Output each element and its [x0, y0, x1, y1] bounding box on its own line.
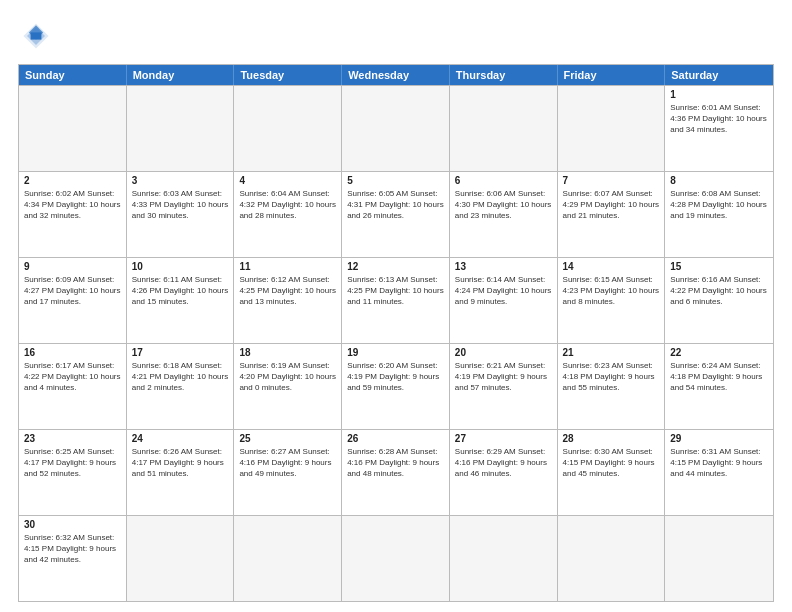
day-number: 14	[563, 261, 660, 272]
calendar-cell: 7Sunrise: 6:07 AM Sunset: 4:29 PM Daylig…	[558, 172, 666, 257]
day-info: Sunrise: 6:14 AM Sunset: 4:24 PM Dayligh…	[455, 274, 552, 308]
day-info: Sunrise: 6:23 AM Sunset: 4:18 PM Dayligh…	[563, 360, 660, 394]
weekday-header-monday: Monday	[127, 65, 235, 85]
calendar-cell: 24Sunrise: 6:26 AM Sunset: 4:17 PM Dayli…	[127, 430, 235, 515]
calendar-row-4: 23Sunrise: 6:25 AM Sunset: 4:17 PM Dayli…	[19, 429, 773, 515]
calendar-cell	[558, 516, 666, 601]
day-info: Sunrise: 6:05 AM Sunset: 4:31 PM Dayligh…	[347, 188, 444, 222]
calendar-cell: 28Sunrise: 6:30 AM Sunset: 4:15 PM Dayli…	[558, 430, 666, 515]
day-number: 12	[347, 261, 444, 272]
day-info: Sunrise: 6:28 AM Sunset: 4:16 PM Dayligh…	[347, 446, 444, 480]
calendar-cell: 14Sunrise: 6:15 AM Sunset: 4:23 PM Dayli…	[558, 258, 666, 343]
day-number: 18	[239, 347, 336, 358]
day-number: 28	[563, 433, 660, 444]
day-number: 19	[347, 347, 444, 358]
day-number: 27	[455, 433, 552, 444]
calendar-cell: 8Sunrise: 6:08 AM Sunset: 4:28 PM Daylig…	[665, 172, 773, 257]
calendar-cell: 25Sunrise: 6:27 AM Sunset: 4:16 PM Dayli…	[234, 430, 342, 515]
day-number: 5	[347, 175, 444, 186]
day-info: Sunrise: 6:30 AM Sunset: 4:15 PM Dayligh…	[563, 446, 660, 480]
calendar-row-3: 16Sunrise: 6:17 AM Sunset: 4:22 PM Dayli…	[19, 343, 773, 429]
day-info: Sunrise: 6:26 AM Sunset: 4:17 PM Dayligh…	[132, 446, 229, 480]
calendar-body: 1Sunrise: 6:01 AM Sunset: 4:36 PM Daylig…	[19, 85, 773, 601]
day-number: 25	[239, 433, 336, 444]
calendar-cell: 19Sunrise: 6:20 AM Sunset: 4:19 PM Dayli…	[342, 344, 450, 429]
day-number: 29	[670, 433, 768, 444]
day-info: Sunrise: 6:25 AM Sunset: 4:17 PM Dayligh…	[24, 446, 121, 480]
day-info: Sunrise: 6:06 AM Sunset: 4:30 PM Dayligh…	[455, 188, 552, 222]
calendar-cell: 26Sunrise: 6:28 AM Sunset: 4:16 PM Dayli…	[342, 430, 450, 515]
weekday-header-friday: Friday	[558, 65, 666, 85]
day-info: Sunrise: 6:11 AM Sunset: 4:26 PM Dayligh…	[132, 274, 229, 308]
calendar-cell: 10Sunrise: 6:11 AM Sunset: 4:26 PM Dayli…	[127, 258, 235, 343]
logo-icon	[18, 18, 54, 54]
day-number: 4	[239, 175, 336, 186]
day-number: 6	[455, 175, 552, 186]
calendar-cell: 27Sunrise: 6:29 AM Sunset: 4:16 PM Dayli…	[450, 430, 558, 515]
calendar-cell: 15Sunrise: 6:16 AM Sunset: 4:22 PM Dayli…	[665, 258, 773, 343]
calendar: SundayMondayTuesdayWednesdayThursdayFrid…	[18, 64, 774, 602]
day-info: Sunrise: 6:09 AM Sunset: 4:27 PM Dayligh…	[24, 274, 121, 308]
day-number: 8	[670, 175, 768, 186]
day-info: Sunrise: 6:04 AM Sunset: 4:32 PM Dayligh…	[239, 188, 336, 222]
weekday-header-tuesday: Tuesday	[234, 65, 342, 85]
day-number: 16	[24, 347, 121, 358]
day-info: Sunrise: 6:15 AM Sunset: 4:23 PM Dayligh…	[563, 274, 660, 308]
calendar-cell	[342, 516, 450, 601]
day-info: Sunrise: 6:18 AM Sunset: 4:21 PM Dayligh…	[132, 360, 229, 394]
day-info: Sunrise: 6:32 AM Sunset: 4:15 PM Dayligh…	[24, 532, 121, 566]
day-info: Sunrise: 6:27 AM Sunset: 4:16 PM Dayligh…	[239, 446, 336, 480]
day-number: 26	[347, 433, 444, 444]
day-info: Sunrise: 6:02 AM Sunset: 4:34 PM Dayligh…	[24, 188, 121, 222]
day-info: Sunrise: 6:01 AM Sunset: 4:36 PM Dayligh…	[670, 102, 768, 136]
day-number: 7	[563, 175, 660, 186]
day-number: 30	[24, 519, 121, 530]
calendar-cell	[127, 516, 235, 601]
calendar-cell: 11Sunrise: 6:12 AM Sunset: 4:25 PM Dayli…	[234, 258, 342, 343]
logo	[18, 18, 58, 54]
calendar-cell	[234, 86, 342, 171]
calendar-cell: 13Sunrise: 6:14 AM Sunset: 4:24 PM Dayli…	[450, 258, 558, 343]
calendar-cell: 2Sunrise: 6:02 AM Sunset: 4:34 PM Daylig…	[19, 172, 127, 257]
day-number: 1	[670, 89, 768, 100]
day-number: 13	[455, 261, 552, 272]
day-number: 15	[670, 261, 768, 272]
page: SundayMondayTuesdayWednesdayThursdayFrid…	[0, 0, 792, 612]
calendar-cell	[450, 516, 558, 601]
day-number: 11	[239, 261, 336, 272]
calendar-cell: 6Sunrise: 6:06 AM Sunset: 4:30 PM Daylig…	[450, 172, 558, 257]
day-info: Sunrise: 6:21 AM Sunset: 4:19 PM Dayligh…	[455, 360, 552, 394]
calendar-cell	[234, 516, 342, 601]
calendar-cell: 17Sunrise: 6:18 AM Sunset: 4:21 PM Dayli…	[127, 344, 235, 429]
calendar-row-2: 9Sunrise: 6:09 AM Sunset: 4:27 PM Daylig…	[19, 257, 773, 343]
calendar-cell: 5Sunrise: 6:05 AM Sunset: 4:31 PM Daylig…	[342, 172, 450, 257]
header	[18, 18, 774, 54]
day-info: Sunrise: 6:13 AM Sunset: 4:25 PM Dayligh…	[347, 274, 444, 308]
weekday-header-sunday: Sunday	[19, 65, 127, 85]
day-number: 24	[132, 433, 229, 444]
calendar-cell: 20Sunrise: 6:21 AM Sunset: 4:19 PM Dayli…	[450, 344, 558, 429]
calendar-cell: 9Sunrise: 6:09 AM Sunset: 4:27 PM Daylig…	[19, 258, 127, 343]
calendar-cell	[665, 516, 773, 601]
calendar-cell	[342, 86, 450, 171]
calendar-cell: 29Sunrise: 6:31 AM Sunset: 4:15 PM Dayli…	[665, 430, 773, 515]
day-info: Sunrise: 6:03 AM Sunset: 4:33 PM Dayligh…	[132, 188, 229, 222]
day-info: Sunrise: 6:12 AM Sunset: 4:25 PM Dayligh…	[239, 274, 336, 308]
calendar-cell: 21Sunrise: 6:23 AM Sunset: 4:18 PM Dayli…	[558, 344, 666, 429]
day-number: 21	[563, 347, 660, 358]
day-number: 22	[670, 347, 768, 358]
day-info: Sunrise: 6:16 AM Sunset: 4:22 PM Dayligh…	[670, 274, 768, 308]
day-number: 10	[132, 261, 229, 272]
calendar-cell	[19, 86, 127, 171]
calendar-cell: 30Sunrise: 6:32 AM Sunset: 4:15 PM Dayli…	[19, 516, 127, 601]
calendar-cell: 23Sunrise: 6:25 AM Sunset: 4:17 PM Dayli…	[19, 430, 127, 515]
calendar-row-0: 1Sunrise: 6:01 AM Sunset: 4:36 PM Daylig…	[19, 85, 773, 171]
day-number: 9	[24, 261, 121, 272]
calendar-header: SundayMondayTuesdayWednesdayThursdayFrid…	[19, 65, 773, 85]
calendar-row-1: 2Sunrise: 6:02 AM Sunset: 4:34 PM Daylig…	[19, 171, 773, 257]
calendar-cell	[127, 86, 235, 171]
day-number: 17	[132, 347, 229, 358]
calendar-cell: 18Sunrise: 6:19 AM Sunset: 4:20 PM Dayli…	[234, 344, 342, 429]
day-number: 2	[24, 175, 121, 186]
calendar-cell: 12Sunrise: 6:13 AM Sunset: 4:25 PM Dayli…	[342, 258, 450, 343]
